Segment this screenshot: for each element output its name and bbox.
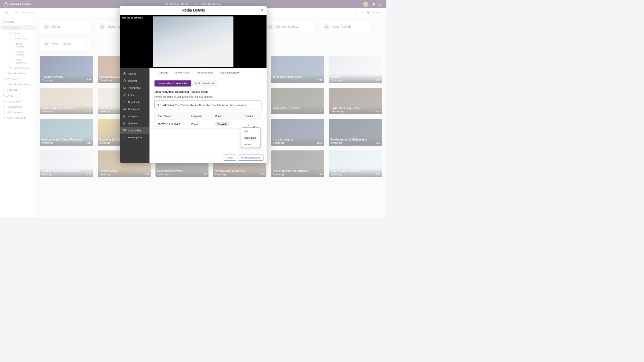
- modal-body: ActionsGeneralThumbnailsLinksDownloadsCo…: [120, 68, 266, 163]
- info-icon: [123, 79, 126, 82]
- status-table: Date Created Language Status Actions 202…: [154, 112, 262, 129]
- subtab[interactable]: Audio Description: [216, 68, 244, 77]
- col-status: Status: [215, 114, 239, 117]
- media-details-modal: Media Details ✕ Into the Wilderness Acti…: [120, 6, 266, 163]
- link-icon: [123, 93, 126, 97]
- subtab[interactable]: Generative AI: [194, 68, 217, 77]
- save-accessibility-button[interactable]: Save Accessibility: [238, 155, 263, 161]
- col-actions: Actions: [239, 114, 258, 117]
- table-header-row: Date Created Language Status Actions: [155, 112, 262, 120]
- modal-title: Media Details: [122, 8, 264, 13]
- comment-icon: [123, 108, 126, 111]
- modal-close-button[interactable]: ✕: [261, 8, 264, 12]
- modal-nav-item[interactable]: Actions: [120, 70, 149, 77]
- modal-nav-item[interactable]: More Options: [120, 134, 149, 141]
- modal-nav-item[interactable]: Quizzes: [120, 120, 149, 127]
- enhanced-audio-description-pill[interactable]: Enhanced Audio Description: [154, 80, 191, 86]
- svg-rect-34: [123, 122, 125, 124]
- subtab[interactable]: Audio Tracks: [172, 68, 194, 77]
- row-actions-dropdown: Edit Regenerate Delete: [241, 128, 260, 148]
- modal-footer: Close Save Accessibility: [149, 152, 266, 163]
- audio-description-pill[interactable]: Audio Description: [192, 80, 217, 86]
- modal-nav-item[interactable]: General: [120, 77, 149, 84]
- modal-side-nav: ActionsGeneralThumbnailsLinksDownloadsCo…: [120, 68, 149, 163]
- status-description: Review the status of your Enhanced Audio…: [149, 95, 266, 101]
- accessibility-subtabs: CaptionsAudio TracksGenerative AIAudio D…: [149, 68, 266, 77]
- image-icon: [123, 86, 126, 90]
- close-button[interactable]: Close: [224, 155, 236, 161]
- megaphone-icon: [157, 103, 161, 107]
- cell-language: English: [191, 123, 215, 125]
- modal-nav-item[interactable]: Downloads: [120, 98, 149, 105]
- svg-text:CC: CC: [123, 130, 125, 131]
- cc-icon: CC: [123, 129, 126, 132]
- modal-nav-item[interactable]: Links: [120, 91, 149, 98]
- video-thumbnail: [153, 16, 233, 67]
- attention-alert: Attention: Your Enhanced Audio Descripti…: [154, 101, 262, 109]
- modal-nav-item[interactable]: CCAccessibility: [120, 127, 149, 134]
- subtab[interactable]: Captions: [154, 68, 171, 77]
- col-date: Date Created: [158, 114, 191, 117]
- dropdown-regenerate[interactable]: Regenerate: [241, 135, 260, 141]
- dropdown-delete[interactable]: Delete: [241, 141, 260, 148]
- modal-main-panel: CaptionsAudio TracksGenerative AIAudio D…: [149, 68, 266, 163]
- row-actions-button[interactable]: ⋮: [247, 122, 250, 126]
- status-heading: Enhanced Audio Description Request Statu…: [149, 88, 266, 95]
- modal-video-preview[interactable]: Into the Wilderness: [120, 15, 266, 68]
- video-title-overlay: Into the Wilderness: [122, 16, 143, 19]
- modal-backdrop: Media Details ✕ Into the Wilderness Acti…: [0, 0, 386, 217]
- svg-rect-32: [123, 87, 125, 89]
- modal-nav-item[interactable]: Analytics: [120, 113, 149, 120]
- download-icon: [123, 100, 126, 104]
- modal-header: Media Details ✕: [120, 6, 266, 15]
- col-language: Language: [191, 114, 215, 117]
- chevdown-icon: [123, 136, 126, 139]
- dropdown-edit[interactable]: Edit: [241, 128, 260, 135]
- quiz-icon: [123, 122, 126, 125]
- cell-date: 2025/01/16 14:48:02: [158, 123, 191, 125]
- table-row: 2025/01/16 14:48:02 English Complete ⋮ E…: [155, 120, 262, 128]
- description-mode-pills: Enhanced Audio Description Audio Descrip…: [149, 77, 266, 88]
- modal-nav-item[interactable]: Thumbnails: [120, 84, 149, 91]
- modal-nav-item[interactable]: Comments: [120, 106, 149, 113]
- plus-icon: [123, 72, 126, 75]
- status-badge: Complete: [215, 122, 229, 126]
- chart-icon: [123, 114, 126, 118]
